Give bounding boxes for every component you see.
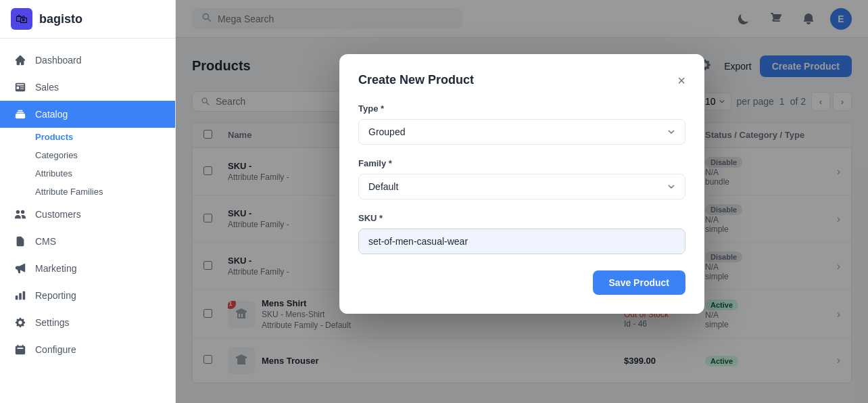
marketing-icon: [14, 262, 27, 275]
save-product-button[interactable]: Save Product: [593, 270, 685, 295]
sidebar-item-label-catalog: Catalog: [35, 109, 68, 120]
sidebar-nav: Dashboard Sales Catalog Products Categor…: [0, 39, 175, 403]
sidebar-item-label-marketing: Marketing: [35, 263, 76, 274]
sidebar-item-dashboard[interactable]: Dashboard: [0, 47, 175, 74]
sku-input[interactable]: [358, 229, 685, 254]
sidebar-item-label-dashboard: Dashboard: [35, 55, 82, 66]
modal-title: Create New Product: [358, 73, 474, 87]
sidebar-item-categories[interactable]: Categories: [35, 146, 175, 164]
sidebar-item-label-reporting: Reporting: [35, 290, 76, 301]
sales-icon: [14, 80, 27, 94]
configure-icon: [14, 343, 27, 356]
sidebar-item-label-customers: Customers: [35, 209, 81, 220]
sidebar-item-customers[interactable]: Customers: [0, 201, 175, 228]
main-content: E Products Export Create Product Filter: [176, 0, 868, 403]
dashboard-icon: [14, 53, 27, 67]
sidebar-item-label-configure: Configure: [35, 344, 76, 355]
sku-form-group: SKU *: [358, 213, 685, 254]
cms-icon: [14, 235, 27, 248]
modal-overlay: Create New Product × Type * Simple Group…: [176, 0, 868, 403]
type-label: Type *: [358, 103, 685, 114]
sidebar-item-sales[interactable]: Sales: [0, 74, 175, 101]
sidebar-item-products[interactable]: Products: [35, 128, 175, 146]
family-label: Family *: [358, 158, 685, 168]
modal-footer: Save Product: [358, 270, 685, 295]
family-select[interactable]: Default: [358, 174, 685, 199]
sidebar-item-cms[interactable]: CMS: [0, 228, 175, 255]
sidebar-item-catalog[interactable]: Catalog: [0, 101, 175, 128]
sku-label: SKU *: [358, 213, 685, 223]
modal-header: Create New Product ×: [358, 73, 685, 87]
sidebar-item-attributes[interactable]: Attributes: [35, 164, 175, 183]
catalog-icon: [14, 108, 27, 121]
app-logo: 🛍: [11, 8, 32, 30]
sidebar-item-settings[interactable]: Settings: [0, 309, 175, 336]
modal-close-button[interactable]: ×: [677, 74, 685, 87]
sidebar-item-marketing[interactable]: Marketing: [0, 255, 175, 282]
sidebar-item-label-settings: Settings: [35, 317, 70, 328]
type-select[interactable]: Simple Grouped Configurable Virtual Bund…: [358, 119, 685, 145]
logo-icon: 🛍: [16, 12, 28, 26]
sidebar-item-attribute-families[interactable]: Attribute Families: [35, 183, 175, 201]
family-form-group: Family * Default: [358, 158, 685, 199]
sidebar-item-label-sales: Sales: [35, 82, 59, 93]
sidebar: 🛍 bagisto Dashboard Sales Catalog Pr: [0, 0, 176, 403]
sidebar-item-configure[interactable]: Configure: [0, 336, 175, 363]
create-product-modal: Create New Product × Type * Simple Group…: [339, 54, 704, 314]
sidebar-header: 🛍 bagisto: [0, 0, 175, 39]
sidebar-item-reporting[interactable]: Reporting: [0, 282, 175, 309]
catalog-subnav: Products Categories Attributes Attribute…: [0, 128, 175, 201]
sidebar-item-label-cms: CMS: [35, 236, 56, 247]
reporting-icon: [14, 289, 27, 302]
customers-icon: [14, 208, 27, 221]
type-form-group: Type * Simple Grouped Configurable Virtu…: [358, 103, 685, 145]
settings-icon: [14, 316, 27, 329]
brand-name: bagisto: [39, 12, 82, 26]
